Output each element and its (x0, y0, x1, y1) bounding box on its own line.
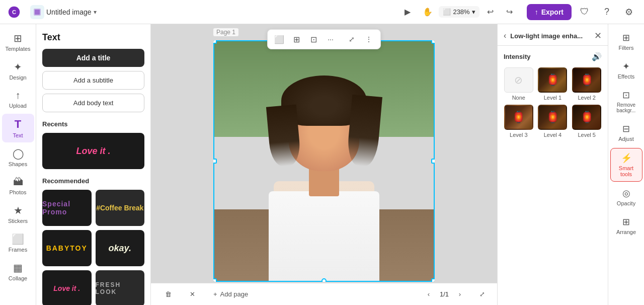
level-2-item[interactable]: 🏮 Level 2 (572, 67, 602, 101)
level-2-thumb: 🏮 (572, 67, 601, 93)
sidebar-item-photos[interactable]: 🏔 Photos (2, 172, 34, 199)
right-sidebar-adjust[interactable]: ⊟ Adjust (610, 119, 642, 146)
recommended-grid: Special Promo #Coffee Break BABYTOY okay… (42, 190, 144, 305)
collage-icon: ▦ (13, 262, 23, 274)
sidebar-item-templates-label: Templates (5, 46, 30, 52)
hair-left (266, 105, 301, 168)
shirt (269, 191, 379, 282)
level-1-item[interactable]: 🏮 Level 1 (538, 67, 568, 101)
canvas-tool-overflow[interactable]: ⋮ (361, 32, 376, 47)
rec-item-fresh-look[interactable]: FRESH LOOK (96, 270, 145, 305)
rec-item-special-promo[interactable]: Special Promo (42, 190, 92, 226)
add-title-button[interactable]: Add a title (42, 49, 144, 67)
level-4-item[interactable]: 🏮 Level 4 (538, 105, 568, 138)
add-body-button[interactable]: Add body text (42, 94, 144, 112)
level-5-item[interactable]: 🏮 Level 5 (572, 105, 602, 138)
frames-icon: ⬜ (12, 233, 24, 245)
panel-title: Text (42, 32, 144, 43)
canvas-tool-grid[interactable]: ⊞ (289, 32, 304, 47)
select-tool-btn[interactable]: ▶ (398, 3, 417, 21)
export-icon: ↑ (535, 8, 538, 16)
handle-mr[interactable] (431, 159, 435, 164)
rec-item-coffee-break[interactable]: #Coffee Break (96, 190, 145, 226)
project-chevron-icon: ▾ (94, 9, 97, 16)
right-sidebar-remove-bg[interactable]: ⊡ Remove backgr... (610, 86, 642, 117)
lantern-4-icon: 🏮 (546, 111, 559, 124)
right-sidebar-smart-tools[interactable]: ⚡ Smart tools (610, 148, 642, 182)
sidebar-item-frames[interactable]: ⬜ Frames (2, 229, 34, 257)
redo-btn[interactable]: ↪ (501, 3, 519, 21)
level-grid: ⊘ None 🏮 Level 1 🏮 Level 2 (504, 67, 602, 138)
prev-page-btn[interactable]: ‹ (422, 287, 436, 301)
canvas-tools: ▶ ✋ ⬜ 238% ▾ ↩ ↪ (398, 3, 518, 21)
canvas-image-container[interactable] (213, 40, 435, 282)
undo-redo-group: ↩ ↪ (481, 3, 519, 21)
sidebar-item-upload[interactable]: ↑ Upload (2, 86, 34, 113)
shield-icon-btn[interactable]: 🛡 (576, 3, 594, 21)
rec-item-babytoy[interactable]: BABYTOY (42, 230, 92, 266)
smart-panel-close-btn[interactable]: ✕ (594, 30, 602, 41)
smart-panel-back-btn[interactable]: ‹ (504, 31, 506, 40)
rec-item-okay[interactable]: okay. (96, 230, 145, 266)
sidebar-item-collage[interactable]: ▦ Collage (2, 258, 34, 285)
rec-special-promo-text: Special Promo (42, 200, 92, 216)
recents-section-title: Recents (42, 120, 144, 128)
person-body (249, 91, 399, 282)
add-page-icon: + (213, 290, 217, 298)
smart-tools-label: Smart tools (614, 165, 639, 177)
right-sidebar-effects[interactable]: ✦ Effects (610, 57, 642, 84)
settings-icon-btn[interactable]: ⚙ (620, 3, 638, 21)
canva-logo[interactable]: C (6, 4, 22, 20)
add-subtitle-button[interactable]: Add a subtitle (42, 71, 144, 90)
canvas-bottom-bar: 🗑 ✕ + Add page ‹ 1/1 › ⤢ (151, 283, 497, 305)
arrange-label: Arrange (616, 229, 636, 235)
smart-panel-content: Intensity 🔊 ⊘ None 🏮 Level 1 (498, 46, 608, 305)
sidebar-item-shapes[interactable]: ◯ Shapes (2, 143, 34, 171)
undo-btn[interactable]: ↩ (481, 3, 500, 21)
export-button[interactable]: ↑ Export (527, 4, 572, 20)
sidebar-item-design[interactable]: ✦ Design (2, 57, 34, 85)
zoom-level: 238% (453, 8, 469, 16)
shapes-icon: ◯ (13, 147, 24, 160)
fit-screen-btn[interactable]: ⤢ (475, 287, 489, 301)
add-page-label: Add page (220, 290, 249, 298)
level-3-thumb: 🏮 (504, 105, 533, 130)
right-sidebar: ⊞ Filters ✦ Effects ⊡ Remove backgr... ⊟… (608, 24, 644, 305)
page-counter: 1/1 (440, 290, 449, 298)
level-none-item[interactable]: ⊘ None (504, 67, 534, 101)
handle-ml[interactable] (213, 159, 217, 164)
sidebar-item-text[interactable]: T Text (2, 114, 34, 142)
recent-love-it-item[interactable]: Love it . (42, 133, 144, 169)
canvas-tool-crop[interactable]: ⬜ (272, 32, 287, 47)
rec-item-love-it[interactable]: Love it . (42, 270, 92, 305)
help-icon-btn[interactable]: ? (598, 3, 616, 21)
right-sidebar-filters[interactable]: ⊞ Filters (610, 28, 642, 55)
right-sidebar-arrange[interactable]: ⊞ Arrange (610, 212, 642, 239)
canvas-tool-more[interactable]: ··· (323, 32, 338, 47)
lantern-5-icon: 🏮 (580, 111, 594, 124)
next-page-btn[interactable]: › (453, 287, 467, 301)
canvas-tool-copy[interactable]: ⊡ (306, 32, 321, 47)
right-sidebar-opacity[interactable]: ◎ Opacity (610, 184, 642, 210)
rec-babytoy-text: BABYTOY (46, 244, 88, 252)
canvas-tool-fullscreen[interactable]: ⤢ (344, 32, 359, 47)
smart-tools-panel: ‹ Low-light image enha... ✕ Intensity 🔊 … (497, 24, 608, 305)
sidebar-item-templates[interactable]: ⊞ Templates (2, 28, 34, 56)
recommended-section-title: Recommended (42, 177, 144, 185)
delete-btn[interactable]: 🗑 (159, 287, 178, 301)
sound-icon[interactable]: 🔊 (592, 52, 602, 61)
sidebar-item-stickers[interactable]: ★ Stickers (2, 200, 34, 228)
project-selector[interactable]: Untitled image ▾ (30, 5, 97, 19)
project-icon (30, 5, 44, 19)
zoom-selector[interactable]: ⬜ 238% ▾ (439, 6, 479, 18)
crop-icon: ⬜ (443, 8, 451, 16)
move-tool-btn[interactable]: ✋ (419, 3, 437, 21)
arrange-icon: ⊞ (622, 216, 630, 227)
sidebar-item-text-label: Text (13, 132, 23, 138)
filters-label: Filters (619, 45, 634, 51)
trash-btn[interactable]: ✕ (184, 287, 201, 301)
canvas-wrapper[interactable]: Page 1 (151, 24, 497, 283)
level-3-item[interactable]: 🏮 Level 3 (504, 105, 534, 138)
add-page-button[interactable]: + Add page (207, 287, 254, 301)
left-panel: Text Add a title Add a subtitle Add body… (36, 24, 151, 305)
